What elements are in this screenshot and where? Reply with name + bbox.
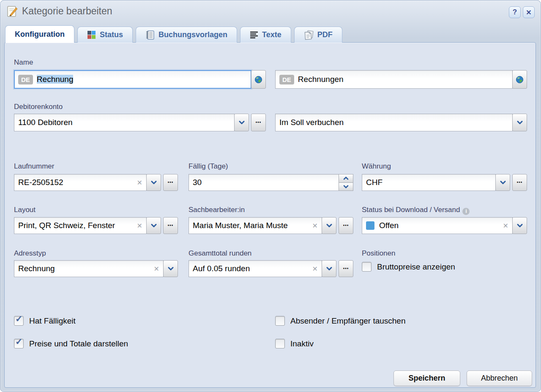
name-plural-field: DE Rechnungen [275, 70, 527, 89]
edit-category-dialog: Kategorie bearbeiten ? ✕ Konfiguration S… [0, 0, 541, 392]
chevron-down-icon [151, 181, 157, 185]
ellipsis-icon: ••• [168, 180, 174, 185]
adresstyp-dropdown-button[interactable] [163, 260, 178, 277]
waehrung-dropdown-button[interactable] [495, 174, 510, 191]
faellig-input[interactable]: 30 [189, 174, 339, 191]
debitorenkonto-label: Debitorenkonto [14, 103, 63, 111]
layout-value: Print, QR Schweiz, Fenster [18, 221, 134, 230]
waehrung-label: Währung [362, 162, 391, 171]
checkbox-label: Inaktiv [290, 339, 314, 348]
tab-label: Status [100, 30, 123, 39]
sachbearbeiter-label: Sachbearbeiter:in [189, 206, 245, 214]
ellipsis-icon: ••• [256, 120, 262, 125]
gesamttotal-browse-button[interactable]: ••• [339, 260, 353, 277]
checkbox-bruttopreise[interactable]: Bruttopreise anzeigen [362, 262, 455, 272]
chevron-down-icon [168, 267, 174, 271]
checkbox-hat-faelligkeit[interactable]: ✓ Hat Fälligkeit [14, 316, 76, 326]
clear-icon[interactable]: ✕ [154, 265, 159, 273]
globe-icon [516, 76, 524, 84]
pdf-pages-icon [304, 30, 314, 40]
cancel-button[interactable]: Abbrechen [467, 370, 532, 386]
tab-pdf[interactable]: PDF [294, 27, 342, 43]
translate-globe-button[interactable] [512, 70, 527, 89]
text-lines-icon [250, 31, 258, 38]
chevron-down-icon [517, 224, 523, 228]
globe-icon [254, 76, 262, 84]
tab-status[interactable]: Status [77, 27, 133, 43]
tab-bar: Konfiguration Status [5, 26, 342, 43]
buchungsmodus-dropdown-button[interactable] [512, 114, 527, 131]
checkbox-label: Absender / Empfänger tauschen [290, 316, 406, 326]
chevron-down-icon [500, 181, 506, 185]
adresstyp-input[interactable]: Rechnung ✕ [14, 260, 164, 277]
laufnummer-dropdown-button[interactable] [146, 174, 161, 191]
status-download-input[interactable]: Offen ✕ [362, 217, 513, 234]
positionen-label: Positionen [362, 249, 395, 258]
dialog-titlebar: Kategorie bearbeiten ? ✕ [0, 0, 541, 25]
status-grid-icon [87, 30, 96, 39]
faellig-spinner [339, 174, 353, 191]
debitorenkonto-dropdown-button[interactable] [234, 114, 249, 131]
spin-down-button[interactable] [339, 182, 353, 191]
tab-konfiguration[interactable]: Konfiguration [5, 25, 74, 43]
clear-icon[interactable]: ✕ [312, 222, 318, 230]
checkbox-box[interactable] [275, 339, 285, 348]
layout-browse-button[interactable]: ••• [163, 217, 178, 234]
checkbox-box[interactable]: ✓ [14, 339, 24, 348]
clear-icon[interactable]: ✕ [137, 179, 142, 187]
adresstyp-value: Rechnung [18, 264, 151, 273]
waehrung-input[interactable]: CHF [362, 174, 496, 191]
spin-up-button[interactable] [339, 174, 353, 183]
close-icon[interactable]: ✕ [523, 6, 535, 18]
tab-label: Buchungsvorlagen [158, 30, 227, 39]
clear-icon[interactable]: ✕ [312, 265, 318, 273]
checkbox-box[interactable]: ✓ [14, 316, 24, 326]
status-download-value: Offen [379, 221, 500, 230]
checkbox-preise-totale[interactable]: ✓ Preise und Totale darstellen [14, 339, 128, 348]
name-plural-input[interactable]: DE Rechnungen [275, 70, 513, 89]
layout-field: Print, QR Schweiz, Fenster ✕ ••• [14, 217, 178, 234]
adresstyp-label: Adresstyp [14, 249, 46, 258]
checkbox-inaktiv[interactable]: Inaktiv [275, 339, 314, 348]
buchungsmodus-select[interactable]: Im Soll verbuchen [275, 114, 513, 131]
laufnummer-value: RE-2505152 [18, 178, 134, 187]
name-singular-field: DE Rechnung [14, 70, 266, 89]
checkbox-label: Preise und Totale darstellen [29, 339, 128, 348]
chevron-down-icon [326, 224, 332, 228]
save-button[interactable]: Speichern [393, 370, 460, 386]
debitorenkonto-input[interactable]: 1100 Debitoren [14, 114, 235, 131]
notebook-icon [145, 30, 155, 40]
sachbearbeiter-input[interactable]: Maria Muster, Maria Muste ✕ [189, 217, 322, 234]
laufnummer-field: RE-2505152 ✕ ••• [14, 174, 178, 191]
checkbox-box[interactable] [275, 316, 285, 326]
sachbearbeiter-browse-button[interactable]: ••• [339, 217, 353, 234]
chevron-down-icon [343, 185, 349, 188]
debitorenkonto-browse-button[interactable]: ••• [251, 114, 266, 131]
layout-input[interactable]: Print, QR Schweiz, Fenster ✕ [14, 217, 147, 234]
checkbox-box[interactable] [362, 262, 372, 272]
gesamttotal-input[interactable]: Auf 0.05 runden ✕ [189, 260, 322, 277]
laufnummer-input[interactable]: RE-2505152 ✕ [14, 174, 147, 191]
help-button[interactable]: ? [509, 6, 521, 18]
tab-texte[interactable]: Texte [240, 27, 291, 43]
checkbox-label: Hat Fälligkeit [29, 316, 76, 326]
language-badge: DE [279, 75, 294, 84]
layout-dropdown-button[interactable] [146, 217, 161, 234]
tab-buchungsvorlagen[interactable]: Buchungsvorlagen [136, 27, 237, 43]
clear-icon[interactable]: ✕ [137, 222, 142, 230]
sachbearbeiter-dropdown-button[interactable] [322, 217, 336, 234]
waehrung-browse-button[interactable]: ••• [512, 174, 527, 191]
translate-globe-button[interactable] [251, 70, 266, 89]
status-download-dropdown-button[interactable] [512, 217, 527, 234]
name-plural-value: Rechnungen [298, 75, 508, 84]
ellipsis-icon: ••• [343, 267, 349, 271]
chevron-down-icon [151, 224, 157, 228]
name-singular-input[interactable]: DE Rechnung [14, 70, 251, 89]
clear-icon[interactable]: ✕ [503, 222, 508, 230]
checkbox-absender-tauschen[interactable]: Absender / Empfänger tauschen [275, 316, 406, 326]
layout-label: Layout [14, 206, 36, 214]
laufnummer-browse-button[interactable]: ••• [163, 174, 178, 191]
chevron-up-icon [343, 177, 349, 180]
gesamttotal-dropdown-button[interactable] [322, 260, 336, 277]
buchungsmodus-field: Im Soll verbuchen [275, 114, 527, 131]
